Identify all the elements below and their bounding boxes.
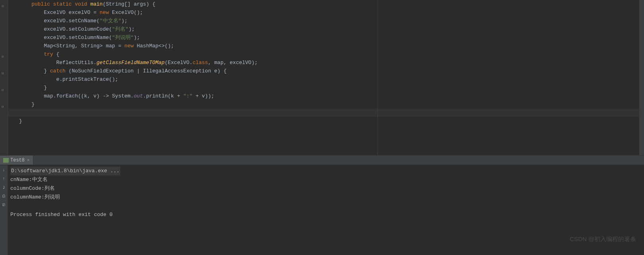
scroll-to-top-button[interactable]: ↑ [1, 175, 7, 182]
code-line: ReflectUtils.getClassFieldNameTOMap(Exce… [19, 58, 639, 67]
editor-pane: ⊖ ⊖ ⊟ ⊟ ⊟ public static void main(String… [0, 0, 644, 155]
fold-end-icon[interactable]: ⊟ [2, 105, 6, 109]
console-line: Process finished with exit code 0 [10, 210, 642, 219]
code-line: } [19, 100, 639, 109]
code-line: excelVO.setColumnCode("列名"); [19, 25, 639, 33]
console-line: cnName:中文名 [10, 175, 642, 184]
run-tab-bar: Test8 × [0, 155, 644, 165]
code-line: excelVO.setCnName("中文名"); [19, 17, 639, 25]
code-line: e.printStackTrace(); [19, 75, 639, 84]
soft-wrap-button[interactable]: ⤸ [1, 184, 7, 191]
console-line: columnName:列说明 [10, 193, 642, 202]
code-line: public static void main(String[] args) { [19, 0, 639, 8]
editor-scrollbar[interactable] [639, 0, 644, 155]
code-line: } catch (NoSuchFieldException | IllegalA… [19, 67, 639, 75]
code-line: Map<String, String> map = new HashMap<>(… [19, 42, 639, 50]
fold-icon[interactable]: ⊖ [2, 55, 6, 58]
code-area[interactable]: public static void main(String[] args) {… [8, 0, 639, 155]
fold-end-icon[interactable]: ⊟ [2, 88, 6, 92]
code-line: } [19, 84, 639, 92]
console-output[interactable]: D:\software\jdk1.8\bin\java.exe ... cnNa… [8, 165, 644, 255]
run-command: D:\software\jdk1.8\bin\java.exe ... [10, 167, 120, 175]
watermark: CSDN @初入编程的薯条 [570, 236, 636, 243]
editor-gutter: ⊖ ⊖ ⊟ ⊟ ⊟ [0, 0, 8, 155]
fold-end-icon[interactable]: ⊟ [2, 71, 6, 75]
code-line: map.forEach((k, v) -> System.out.println… [19, 92, 639, 100]
scroll-to-end-button[interactable]: ↓ [1, 167, 7, 173]
console-line: columnCode:列名 [10, 184, 642, 193]
close-icon[interactable]: × [27, 158, 30, 163]
code-line: } [19, 117, 639, 125]
current-line-highlight [8, 109, 639, 117]
console-line [10, 202, 642, 210]
clear-button[interactable]: ⎚ [1, 202, 7, 208]
code-line: ExcelVO excelVO = new ExcelVO(); [19, 8, 639, 17]
run-tab[interactable]: Test8 × [0, 156, 33, 165]
console-toolbar: ↓ ↑ ⤸ ⎙ ⎚ [0, 165, 8, 255]
run-config-icon [3, 158, 9, 163]
fold-icon[interactable]: ⊖ [2, 4, 6, 8]
code-line: try { [19, 50, 639, 58]
print-button[interactable]: ⎙ [1, 193, 7, 199]
right-margin-line [378, 0, 378, 155]
code-line: excelVO.setColumnName("列说明"); [19, 33, 639, 42]
console-pane: ↓ ↑ ⤸ ⎙ ⎚ D:\software\jdk1.8\bin\java.ex… [0, 165, 644, 255]
tab-label: Test8 [10, 158, 25, 163]
